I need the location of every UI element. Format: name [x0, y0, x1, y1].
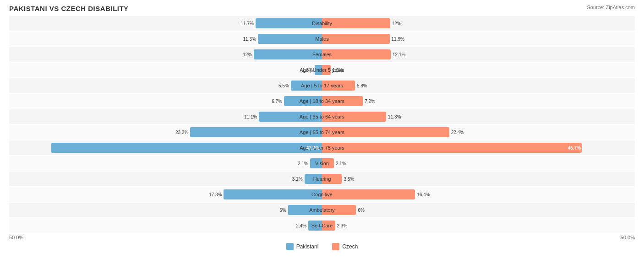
val-left: 1.3%	[302, 68, 313, 73]
bar-row: Disability11.7%12%	[9, 16, 635, 31]
bar-left	[51, 143, 322, 153]
val-right: 5.8%	[357, 83, 367, 88]
val-right: 11.9%	[392, 37, 404, 42]
bar-row: Age | Over 75 years47.7%45.7%	[9, 140, 635, 155]
bar-left	[258, 34, 322, 44]
bar-row: Self-Care2.4%2.3%	[9, 218, 635, 233]
legend-czech: Czech	[332, 243, 358, 250]
val-left: 11.7%	[241, 21, 254, 26]
axis-left: 50.0%	[9, 235, 23, 240]
val-left: 2.1%	[298, 161, 308, 166]
bar-row: Cognitive17.3%16.4%	[9, 187, 635, 202]
bar-label: Males	[315, 36, 328, 42]
val-right: 22.4%	[451, 130, 464, 135]
bar-row: Females12%12.1%	[9, 47, 635, 62]
bar-row: Vision2.1%2.1%	[9, 156, 635, 171]
bar-row: Males11.3%11.9%	[9, 32, 635, 46]
val-right: 2.1%	[336, 161, 346, 166]
bar-right	[322, 189, 415, 199]
legend-pakistani: Pakistani	[286, 243, 319, 250]
pakistani-color-box	[286, 243, 294, 250]
bar-label: Age | 5 to 17 years	[301, 83, 343, 88]
bar-label: Age | 18 to 34 years	[300, 98, 344, 104]
val-left: 6.7%	[272, 99, 282, 104]
axis-right: 50.0%	[621, 235, 635, 240]
bar-label: Vision	[315, 161, 329, 166]
val-left: 6%	[279, 208, 286, 213]
bar-row: Age | 35 to 64 years11.1%11.3%	[9, 109, 635, 124]
val-right: 12%	[392, 21, 401, 26]
val-right: 11.3%	[388, 114, 401, 119]
val-left: 3.1%	[292, 177, 303, 182]
val-left: 11.1%	[244, 114, 257, 119]
bar-row: Age | 65 to 74 years23.2%22.4%	[9, 125, 635, 140]
val-left: 23.2%	[175, 130, 188, 135]
legend-czech-label: Czech	[342, 243, 358, 250]
source-text: Source: ZipAtlas.com	[587, 5, 635, 10]
val-left: 12%	[243, 52, 252, 57]
val-left: 11.3%	[243, 37, 256, 42]
legend-pakistani-label: Pakistani	[296, 243, 319, 250]
val-left: 2.4%	[296, 223, 306, 228]
bar-label: Age | 35 to 64 years	[300, 114, 344, 119]
bar-left	[254, 49, 322, 59]
bar-right	[322, 34, 390, 44]
val-right: 6%	[358, 208, 364, 213]
bar-right	[322, 49, 391, 59]
bar-row: Age | 18 to 34 years6.7%7.2%	[9, 94, 635, 108]
val-left: 5.5%	[278, 83, 289, 88]
bar-row: Age | 5 to 17 years5.5%5.8%	[9, 78, 635, 93]
bar-label: Females	[312, 52, 332, 57]
val-right: 12.1%	[393, 52, 405, 57]
bar-row: Ambulatory6%6%	[9, 203, 635, 217]
val-inside-right: 45.7%	[322, 145, 581, 151]
bar-label: Disability	[312, 21, 332, 26]
bar-row: Age | Under 5 years1.3%1.5%	[9, 63, 635, 77]
bar-label: Age | 65 to 74 years	[300, 129, 344, 135]
chart-container: PAKISTANI VS CZECH DISABILITY Source: Zi…	[0, 0, 644, 280]
val-right: 2.3%	[337, 223, 348, 228]
val-right: 3.5%	[344, 177, 354, 182]
bar-label: Cognitive	[311, 192, 333, 197]
val-right: 16.4%	[417, 192, 430, 197]
bar-left	[224, 189, 322, 199]
bar-label: Ambulatory	[309, 207, 335, 213]
bar-row: Hearing3.1%3.5%	[9, 172, 635, 186]
chart-title: PAKISTANI VS CZECH DISABILITY	[9, 5, 129, 12]
title-row: PAKISTANI VS CZECH DISABILITY Source: Zi…	[9, 5, 635, 12]
bar-label: Hearing	[313, 176, 331, 182]
czech-color-box	[332, 243, 339, 250]
val-inside-left: 47.7%	[306, 145, 322, 151]
val-right: 7.2%	[365, 99, 375, 104]
bar-label: Self-Care	[311, 223, 333, 228]
legend-row: Pakistani Czech	[9, 243, 635, 250]
val-right: 1.5%	[333, 68, 343, 73]
axis-row: 50.0% 50.0%	[9, 235, 635, 240]
bars-area: Disability11.7%12%Males11.3%11.9%Females…	[9, 16, 635, 233]
val-left: 17.3%	[209, 192, 222, 197]
bar-right	[322, 18, 390, 28]
